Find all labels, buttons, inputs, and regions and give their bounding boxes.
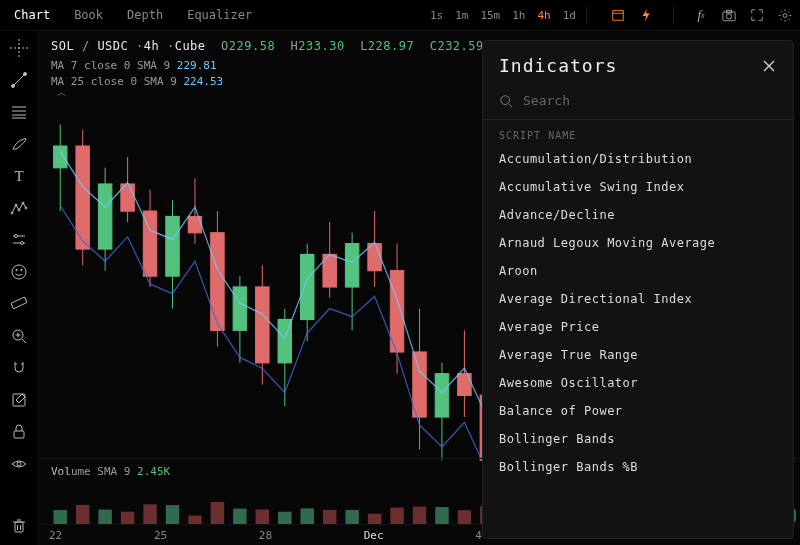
svg-point-10 [24,73,27,76]
svg-rect-71 [368,244,381,271]
tf-15m[interactable]: 15m [480,9,500,22]
lock-icon[interactable] [10,423,28,441]
svg-rect-61 [256,287,269,363]
pattern-icon[interactable] [10,199,28,217]
svg-rect-123 [390,508,403,524]
svg-rect-77 [435,374,448,417]
svg-rect-120 [323,510,336,524]
indicator-item[interactable]: Accumulation/Distribution [483,145,793,173]
svg-rect-69 [345,244,358,287]
svg-rect-124 [413,507,426,524]
volume-legend: VolVolume SMA 9 ume SMA 9 2.45K [51,465,170,478]
script-name-header: SCRIPT NAME [483,120,793,145]
tf-1s[interactable]: 1s [430,9,443,22]
text-icon[interactable]: T [10,167,28,185]
search-icon [499,94,513,108]
svg-rect-47 [98,184,111,249]
magnet-icon[interactable] [10,359,28,377]
svg-point-21 [15,235,18,238]
settings-sliders-icon[interactable] [10,231,28,249]
tf-1m[interactable]: 1m [455,9,468,22]
indicator-item[interactable]: Awesome Oscillator [483,369,793,397]
svg-point-25 [16,269,17,270]
svg-rect-108 [54,510,67,524]
svg-point-24 [12,265,26,279]
indicator-item[interactable]: Average Price [483,313,793,341]
lightning-icon[interactable] [639,8,653,22]
svg-rect-109 [76,505,89,524]
crosshair-icon[interactable] [10,39,28,57]
svg-rect-121 [345,510,358,524]
svg-rect-75 [413,352,426,417]
indicator-item[interactable]: Accumulative Swing Index [483,173,793,201]
svg-rect-53 [166,217,179,277]
tf-1h[interactable]: 1h [512,9,525,22]
search-input[interactable] [521,92,777,109]
svg-line-8 [13,74,25,86]
svg-point-9 [12,85,15,88]
indicator-item[interactable]: Bollinger Bands %B [483,453,793,481]
svg-point-5 [783,13,787,17]
svg-rect-43 [54,146,67,168]
indicator-item[interactable]: Arnaud Legoux Moving Average [483,229,793,257]
brush-icon[interactable] [10,135,28,153]
tab-book[interactable]: Book [74,8,103,22]
svg-rect-0 [613,11,624,21]
svg-rect-37 [15,522,23,532]
svg-rect-79 [458,374,471,396]
svg-rect-112 [143,504,156,524]
trendline-icon[interactable] [10,71,28,89]
fx-icon[interactable]: fx [694,8,708,22]
svg-rect-111 [121,512,134,524]
indicator-item[interactable]: Average True Range [483,341,793,369]
fib-icon[interactable] [10,103,28,121]
svg-point-143 [501,95,510,104]
svg-rect-35 [14,431,24,438]
svg-rect-113 [166,505,179,524]
emoji-icon[interactable] [10,263,28,281]
eye-icon[interactable] [10,455,28,473]
indicator-item[interactable]: Advance/Decline [483,201,793,229]
top-toolbar: Chart Book Depth Equalizer 1s 1m 15m 1h … [0,0,800,31]
svg-rect-116 [233,509,246,524]
view-tabs: Chart Book Depth Equalizer [14,8,252,22]
calendar-icon[interactable] [611,8,625,22]
svg-point-23 [21,242,24,245]
zoom-in-icon[interactable] [10,327,28,345]
tf-1d[interactable]: 1d [563,9,576,22]
svg-rect-59 [233,287,246,330]
panel-title: Indicators [499,55,617,76]
svg-rect-115 [211,502,224,524]
svg-rect-118 [278,512,291,524]
svg-rect-126 [458,510,471,524]
svg-point-3 [726,13,731,18]
indicator-item[interactable]: Balance of Power [483,397,793,425]
svg-rect-119 [300,508,313,524]
svg-rect-27 [11,297,27,309]
svg-rect-125 [435,507,448,524]
tab-chart[interactable]: Chart [14,8,50,22]
close-icon[interactable] [761,58,777,74]
gear-icon[interactable] [778,8,792,22]
indicator-list: Accumulation/DistributionAccumulative Sw… [483,145,793,538]
tab-equalizer[interactable]: Equalizer [187,8,252,22]
indicator-item[interactable]: Bollinger Bands [483,425,793,453]
svg-rect-114 [188,516,201,524]
fullscreen-icon[interactable] [750,8,764,22]
camera-icon[interactable] [722,8,736,22]
indicator-item[interactable]: Average Directional Index [483,285,793,313]
drawing-toolbar: T [0,31,39,545]
edit-icon[interactable] [10,391,28,409]
svg-point-26 [21,269,22,270]
svg-rect-122 [368,514,381,524]
tf-4h[interactable]: 4h [538,9,551,22]
timeframe-selector: 1s 1m 15m 1h 4h 1d [430,9,576,22]
trash-icon[interactable] [10,517,28,535]
toolbar-icons: fx [611,7,792,23]
svg-rect-117 [256,509,269,524]
indicator-item[interactable]: Aroon [483,257,793,285]
indicators-panel: Indicators SCRIPT NAME Accumulation/Dist… [482,40,794,539]
svg-point-36 [17,462,21,466]
tab-depth[interactable]: Depth [127,8,163,22]
ruler-icon[interactable] [10,295,28,313]
